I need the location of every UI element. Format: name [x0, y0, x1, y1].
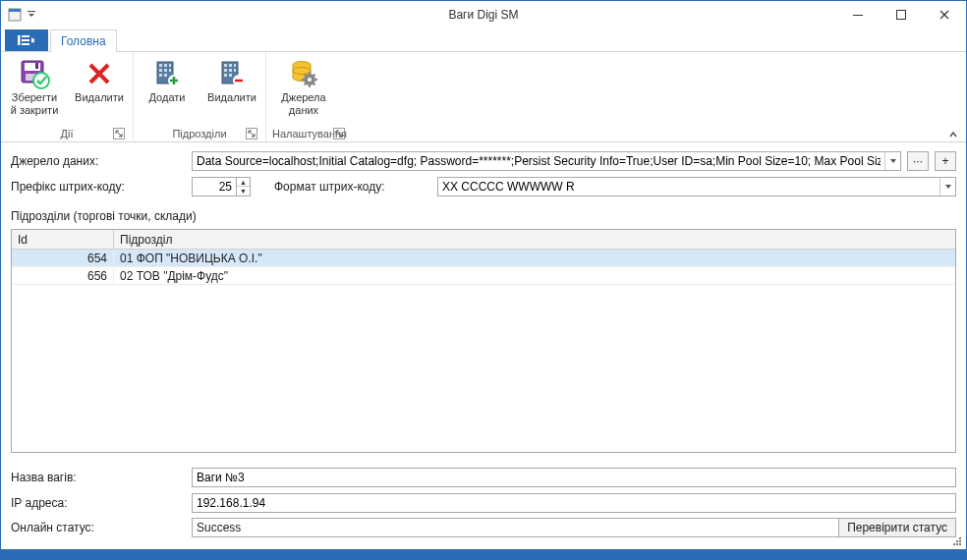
col-header-name[interactable]: Підрозділ [114, 230, 955, 249]
scale-name-input[interactable] [192, 468, 956, 487]
svg-rect-32 [229, 74, 232, 77]
svg-rect-3 [853, 15, 863, 16]
svg-line-43 [305, 84, 307, 85]
svg-rect-11 [35, 63, 38, 69]
svg-rect-15 [159, 64, 162, 67]
quick-access-toolbar [1, 7, 36, 23]
data-source-input[interactable] [193, 152, 884, 170]
svg-rect-31 [224, 74, 227, 77]
cell-name: 01 ФОП "НОВИЦЬКА О.І." [114, 250, 955, 266]
svg-rect-1 [9, 9, 21, 12]
svg-rect-27 [234, 64, 236, 67]
grid-body: 65401 ФОП "НОВИЦЬКА О.І."65602 ТОВ "Дрім… [12, 250, 955, 452]
data-source-add-button[interactable]: + [935, 151, 956, 171]
status-box: Success Перевірити статус [192, 518, 956, 537]
barcode-prefix-label: Префікс штрих-коду: [11, 180, 186, 194]
tab-main-label: Головна [61, 34, 106, 48]
svg-rect-22 [164, 74, 167, 77]
data-sources-label: Джерела даних [281, 91, 325, 117]
svg-rect-5 [18, 35, 21, 45]
check-status-button[interactable]: Перевірити статус [838, 519, 955, 536]
cell-id: 654 [12, 250, 114, 266]
group-actions-caption: Дії [7, 126, 127, 141]
grid-title: Підрозділи (торгові точки, склади) [11, 209, 956, 223]
delete-button[interactable]: Видалити [72, 56, 127, 104]
minimize-button[interactable] [836, 1, 880, 28]
window-title: Ваги Digi SM [448, 8, 518, 22]
grid-header: Id Підрозділ [12, 230, 955, 250]
svg-rect-30 [234, 69, 236, 72]
dialog-launcher-icon[interactable] [113, 128, 125, 140]
title-bar: Ваги Digi SM [1, 1, 966, 28]
database-gear-icon [288, 58, 319, 89]
bottom-strip [1, 549, 966, 559]
status-value: Success [193, 521, 838, 534]
group-departments-caption: Підрозділи [140, 126, 259, 141]
data-source-combo[interactable] [192, 151, 901, 171]
add-department-button[interactable]: Додати [140, 56, 195, 104]
add-department-label: Додати [149, 91, 186, 104]
svg-rect-46 [959, 537, 961, 539]
dialog-launcher-icon[interactable] [246, 128, 257, 140]
ribbon-group-departments: Додати Видалити Підрозділи [134, 52, 266, 141]
barcode-prefix-spinner[interactable]: ▲ ▼ [192, 177, 251, 196]
delete-department-button[interactable]: Видалити [204, 56, 259, 104]
save-and-close-button[interactable]: Зберегти й закрити [7, 56, 62, 117]
col-header-id[interactable]: Id [12, 230, 114, 249]
maximize-button[interactable] [880, 1, 923, 28]
chevron-down-icon[interactable] [884, 152, 900, 170]
row-status: Онлайн статус: Success Перевірити статус [11, 518, 956, 537]
building-add-icon [151, 58, 183, 89]
delete-label: Видалити [75, 91, 124, 104]
departments-grid[interactable]: Id Підрозділ 65401 ФОП "НОВИЦЬКА О.І."65… [11, 229, 956, 453]
save-check-icon [19, 58, 50, 89]
ribbon: Зберегти й закрити Видалити Дії [1, 52, 966, 142]
barcode-prefix-input[interactable] [193, 178, 236, 196]
delete-department-label: Видалити [207, 91, 256, 104]
svg-rect-6 [22, 35, 29, 37]
dialog-launcher-icon[interactable] [333, 128, 345, 140]
scale-name-label: Назва вагів: [11, 471, 186, 484]
status-label: Онлайн статус: [11, 521, 186, 534]
file-tab[interactable] [5, 29, 48, 51]
svg-point-45 [308, 78, 312, 82]
svg-line-41 [305, 75, 307, 77]
close-button[interactable] [923, 1, 966, 28]
delete-x-icon [84, 58, 115, 89]
qat-dropdown-icon[interactable] [27, 7, 36, 23]
barcode-format-label: Формат штрих-коду: [274, 180, 431, 194]
data-source-browse-button[interactable]: ··· [907, 151, 929, 171]
svg-rect-47 [956, 540, 958, 542]
barcode-format-input[interactable] [438, 178, 939, 196]
barcode-format-combo[interactable] [437, 177, 956, 196]
cell-id: 656 [12, 267, 114, 284]
table-row[interactable]: 65602 ТОВ "Дрім-Фудс" [12, 267, 955, 285]
spinner-down-icon[interactable]: ▼ [237, 187, 250, 196]
svg-rect-17 [169, 64, 171, 67]
ip-label: IP адреса: [11, 496, 186, 510]
row-data-source: Джерело даних: ··· + [11, 150, 956, 172]
table-row[interactable]: 65401 ФОП "НОВИЦЬКА О.І." [12, 250, 955, 267]
svg-rect-49 [953, 543, 955, 545]
app-icon [7, 7, 23, 23]
ip-input[interactable] [192, 493, 956, 513]
chevron-down-icon[interactable] [939, 178, 955, 196]
save-and-close-label: Зберегти й закрити [11, 91, 59, 117]
row-ip: IP адреса: [11, 492, 956, 514]
svg-rect-18 [159, 69, 162, 72]
spinner-up-icon[interactable]: ▲ [237, 178, 250, 187]
ribbon-group-settings: Джерела даних Налаштування [266, 52, 353, 141]
resize-grip-icon[interactable] [951, 535, 963, 547]
collapse-ribbon-icon[interactable] [948, 130, 958, 140]
data-sources-button[interactable]: Джерела даних [272, 56, 335, 117]
svg-rect-28 [224, 69, 227, 72]
svg-rect-26 [229, 64, 232, 67]
bottom-section: Назва вагів: IP адреса: Онлайн статус: S… [11, 467, 956, 537]
svg-rect-48 [959, 540, 961, 542]
svg-line-44 [313, 75, 315, 77]
group-settings-caption: Налаштування [272, 126, 347, 141]
ribbon-group-actions: Зберегти й закрити Видалити Дії [1, 52, 134, 141]
svg-rect-51 [959, 543, 961, 545]
tab-main[interactable]: Головна [50, 29, 117, 51]
svg-line-42 [313, 84, 315, 85]
